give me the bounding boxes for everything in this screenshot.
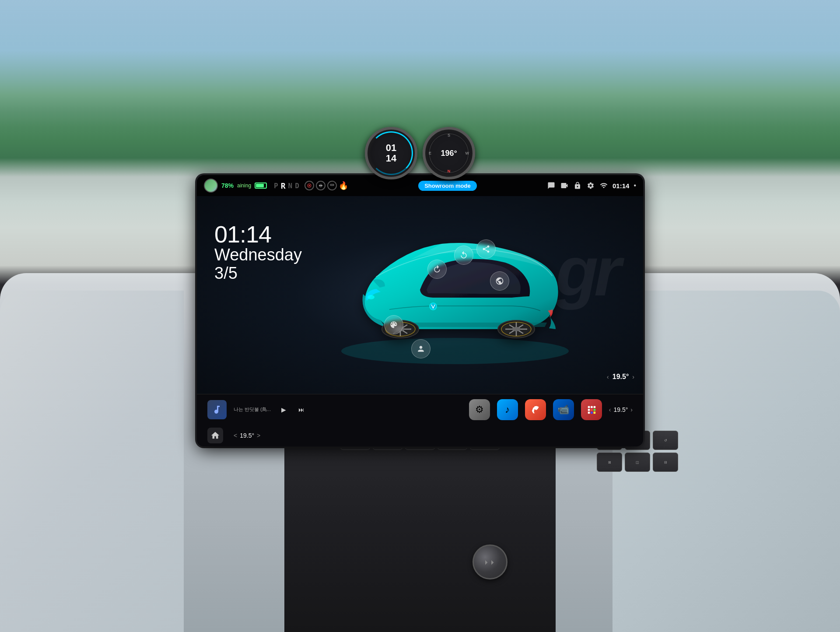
drive-icon-2 [316,181,326,190]
svg-rect-32 [591,411,593,414]
gear-r: R [281,181,286,190]
car-svg [328,224,582,364]
svg-rect-31 [588,411,590,414]
apps-grid[interactable] [581,399,602,420]
status-center: Showroom mode [353,181,542,191]
right-btn-6[interactable]: ⊟ [653,453,678,472]
compass-west: E [429,151,431,155]
svg-point-7 [368,295,374,299]
album-art[interactable] [207,400,227,419]
svg-rect-28 [588,409,590,411]
crowd-overlay [0,0,840,140]
expand-button[interactable] [490,271,509,291]
car-weekday: Wednesday [214,246,302,264]
status-left: 78% aining P R N D [204,179,348,193]
right-btn-3[interactable]: ↺ [653,431,678,450]
svg-rect-33 [593,411,595,414]
wifi-icon [599,181,608,190]
compass-heading: 196° [441,149,457,158]
temp-left-arrow[interactable]: ‹ [607,373,609,380]
player-controls: ▶ ⏭ [278,404,308,416]
svg-point-22 [512,327,521,331]
compass-north-bottom: N [448,169,451,173]
center-console: TEMP ❄ ↑ AUTO A/C ≡ ⊡ [284,422,556,632]
car-date: 3/5 [214,264,302,283]
svg-point-1 [308,185,310,186]
gauge-time: 01 14 [386,143,396,164]
rotary-knob[interactable]: ⏵⏵ [472,544,508,579]
home-button[interactable] [207,428,223,443]
showroom-badge: Showroom mode [418,181,476,191]
charging-text: aining [237,183,251,189]
drive-icon-3 [327,181,337,190]
drive-icon-1 [304,181,314,190]
lock-icon[interactable] [573,181,582,190]
song-title: 나는 반딧불 (鳥... [234,406,271,413]
rotary-icon: ⏵⏵ [484,558,496,565]
rotate-ccw-button[interactable] [427,260,447,279]
gear-d: D [295,182,299,190]
temp-right-arrow-right[interactable]: › [630,406,633,413]
bottom-app-row: 나는 반딧불 (鳥... ▶ ⏭ ⚙ ♪ 📹 [197,394,643,425]
compass-gauge: S N E W 196° [423,127,475,179]
settings-app[interactable]: ⚙ [469,399,490,420]
temp-display-right[interactable]: ‹ 19.5° › [607,373,634,381]
battery-percent: 78% [221,182,234,189]
maps-app[interactable] [525,399,546,420]
svg-rect-27 [593,406,595,408]
gear-display: P R N D [274,181,299,190]
temp-right-display[interactable]: ‹ 19.5° › [609,406,633,413]
temp-left-display[interactable]: < 19.5° > [234,432,260,439]
compass-east: W [466,151,469,155]
svg-rect-2 [319,185,322,186]
temp-right-arrow-left[interactable]: ‹ [609,406,611,413]
dash-left-panel [0,291,184,632]
car-time: 01:14 [214,222,302,246]
temp-left-arrow-right[interactable]: > [257,432,260,439]
temp-left-value: 19.5° [240,432,254,439]
car-display-area[interactable]: 01:14 Wednesday 3/5 gr [197,196,643,394]
temp-right-value: 19.5° [613,406,628,413]
right-btn-4[interactable]: ⊠ [597,453,622,472]
temp-value-right: 19.5° [612,373,629,381]
landscape-icon [204,179,218,193]
temp-left-arrow-left[interactable]: < [234,432,237,439]
music-app[interactable]: ♪ [497,399,518,420]
gear-n: N [288,182,293,190]
clock-gauge: 01 14 [365,127,417,179]
svg-rect-30 [593,409,595,411]
compass-north-top: S [448,133,450,137]
svg-rect-25 [588,406,590,408]
status-right: 01:14 • [547,181,636,190]
svg-rect-26 [591,406,593,408]
camera-icon[interactable] [560,181,569,190]
bottom-nav-row: < 19.5° > [197,425,643,446]
bottom-bar: 나는 반딧불 (鳥... ▶ ⏭ ⚙ ♪ 📹 [197,394,643,446]
interior-button[interactable] [411,339,430,358]
car-visual [328,224,582,366]
gear-p: P [274,182,278,190]
flame-icon: 🔥 [339,181,348,190]
settings-icon[interactable] [586,181,595,190]
chat-icon[interactable] [547,181,556,190]
gauge-cluster: 01 14 S N E W 196° [365,127,475,179]
drive-icons: 🔥 [304,181,348,190]
play-button[interactable]: ▶ [278,404,290,416]
svg-point-6 [341,338,569,364]
dots-menu[interactable]: • [634,182,636,190]
temp-right-arrow[interactable]: › [632,373,634,380]
video-app[interactable]: 📹 [553,399,574,420]
datetime-overlay: 01:14 Wednesday 3/5 [214,222,302,283]
main-screen[interactable]: 78% aining P R N D [197,175,643,446]
battery-icon [255,183,267,189]
svg-rect-29 [591,409,593,411]
right-btn-5[interactable]: ◫ [625,453,650,472]
status-time: 01:14 [612,182,629,190]
skip-button[interactable]: ⏭ [295,404,308,416]
battery-fill [256,184,264,187]
